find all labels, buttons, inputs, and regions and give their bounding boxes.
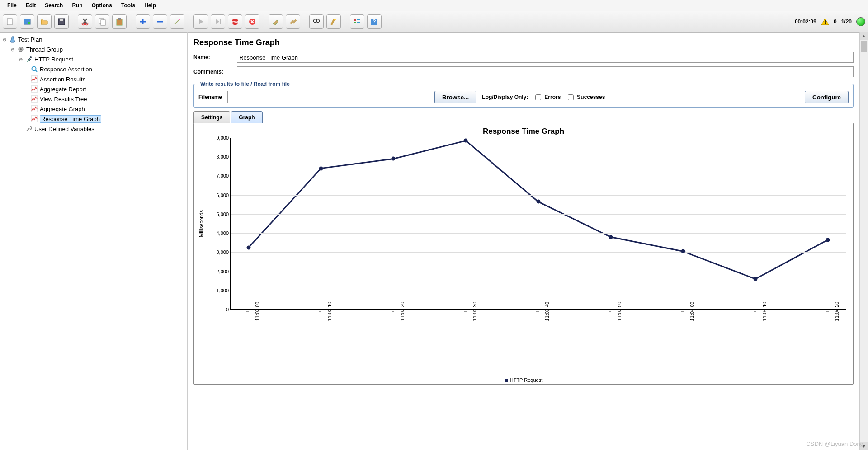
new-icon[interactable]: [3, 14, 17, 29]
data-point: [246, 245, 250, 249]
tree-test-plan[interactable]: Test Plan: [18, 36, 42, 43]
tree-thread-group[interactable]: Thread Group: [26, 46, 63, 53]
chart-title: Response Time Graph: [197, 127, 850, 136]
tree-http-request[interactable]: HTTP Request: [34, 56, 73, 63]
file-fieldset: Write results to file / Read from file F…: [193, 81, 854, 108]
filename-input[interactable]: [227, 91, 429, 103]
tree-item[interactable]: Assertion Results: [2, 74, 185, 84]
svg-point-25: [20, 48, 22, 50]
menu-run[interactable]: Run: [67, 1, 87, 9]
tree-panel[interactable]: ⊖ Test Plan ⊖ Thread Group ⊖ HTTP Reques…: [0, 32, 188, 450]
function-helper-icon[interactable]: [350, 14, 364, 29]
open-icon[interactable]: [37, 14, 52, 29]
comments-label: Comments:: [193, 69, 233, 75]
toggle-icon[interactable]: [170, 14, 184, 29]
stop-icon[interactable]: STOP: [228, 14, 242, 29]
save-icon[interactable]: [54, 14, 69, 29]
help-icon[interactable]: ?: [367, 14, 382, 29]
chart-container: Response Time Graph Milliseconds 01,0002…: [193, 123, 854, 385]
successes-checkbox[interactable]: [568, 94, 574, 100]
chart-legend: HTTP Request: [194, 377, 853, 383]
data-point: [392, 157, 396, 161]
flask-icon: [9, 36, 16, 43]
chart-icon: [31, 115, 38, 122]
tree-item-label: Response Time Graph: [40, 115, 101, 123]
name-input[interactable]: [237, 52, 854, 63]
cut-icon[interactable]: [78, 14, 92, 29]
legend-swatch-icon: [505, 379, 508, 382]
tree-item[interactable]: Response Time Graph: [2, 114, 185, 124]
menu-edit[interactable]: Edit: [21, 1, 41, 9]
logdisplay-label: Log/Display Only:: [482, 94, 528, 100]
copy-icon[interactable]: [95, 14, 109, 29]
fieldset-legend: Write results to file / Read from file: [198, 81, 292, 87]
tree-item[interactable]: View Results Tree: [2, 94, 185, 104]
elapsed-timer: 00:02:09: [795, 19, 816, 25]
reset-search-icon[interactable]: [326, 14, 341, 29]
xtick-label: 11:03:20: [393, 302, 405, 321]
ytick-label: 6,000: [212, 192, 229, 198]
xtick-label: 11:04:10: [755, 302, 767, 321]
successes-label: Successes: [577, 94, 605, 100]
paste-icon[interactable]: [112, 14, 127, 29]
ytick-label: 0: [212, 307, 229, 312]
menu-search[interactable]: Search: [40, 1, 67, 9]
configure-button[interactable]: Configure: [805, 91, 849, 103]
svg-text:?: ?: [373, 19, 376, 25]
clear-all-icon[interactable]: [286, 14, 300, 29]
svg-text:!: !: [824, 19, 826, 25]
search-icon[interactable]: [309, 14, 324, 29]
tab-graph[interactable]: Graph: [231, 111, 262, 123]
tree-user-vars[interactable]: User Defined Variables: [34, 126, 94, 132]
collapse-icon[interactable]: [153, 14, 167, 29]
data-point: [681, 249, 685, 253]
menu-options[interactable]: Options: [87, 1, 117, 9]
ytick-label: 4,000: [212, 230, 229, 236]
tree-item[interactable]: Aggregate Graph: [2, 104, 185, 114]
chart-plot: 01,0002,0003,0004,0005,0006,0007,0008,00…: [230, 138, 846, 310]
errors-checkbox[interactable]: [535, 94, 541, 100]
templates-icon[interactable]: [20, 14, 34, 29]
scrollbar-thumb[interactable]: [861, 41, 867, 52]
svg-rect-10: [118, 18, 121, 20]
running-indicator-icon: [856, 17, 865, 26]
magnifier-icon: [31, 66, 38, 73]
warning-icon[interactable]: !: [821, 18, 829, 26]
comments-input[interactable]: [237, 66, 854, 77]
tree-item[interactable]: Aggregate Report: [2, 84, 185, 94]
start-no-pause-icon[interactable]: [211, 14, 225, 29]
menu-help[interactable]: Help: [140, 1, 160, 9]
xtick-label: 11:04:00: [683, 302, 695, 321]
scroll-up-icon[interactable]: ▲: [860, 32, 868, 40]
tab-settings[interactable]: Settings: [193, 111, 230, 123]
menu-tools[interactable]: Tools: [117, 1, 140, 9]
panel-heading: Response Time Graph: [193, 38, 854, 47]
svg-rect-28: [31, 76, 38, 82]
tree-item-label: View Results Tree: [40, 96, 87, 103]
warning-count: 0: [834, 19, 837, 25]
thread-count: 1/20: [841, 19, 852, 25]
tree-item-label: Response Assertion: [40, 66, 92, 73]
tree-toggle[interactable]: ⊖: [2, 37, 7, 42]
browse-button[interactable]: Browse...: [434, 91, 476, 103]
xtick-label: 11:03:00: [248, 302, 260, 321]
svg-rect-12: [220, 19, 221, 24]
tree-toggle[interactable]: ⊖: [18, 56, 24, 62]
ytick-label: 9,000: [212, 135, 229, 141]
tree-item-label: Assertion Results: [40, 76, 85, 83]
svg-rect-8: [101, 20, 105, 25]
errors-label: Errors: [544, 94, 561, 100]
filename-label: Filename: [198, 94, 222, 100]
expand-icon[interactable]: [136, 14, 150, 29]
shutdown-icon[interactable]: [245, 14, 259, 29]
tree-item[interactable]: Response Assertion: [2, 64, 185, 74]
menu-file[interactable]: File: [3, 1, 21, 9]
start-icon[interactable]: [193, 14, 208, 29]
svg-point-26: [30, 56, 32, 58]
svg-rect-19: [354, 19, 356, 21]
toolbar: STOP ? 00:02:09 ! 0 1/20: [0, 11, 868, 33]
vertical-scrollbar[interactable]: ▲ ▼: [859, 32, 868, 450]
svg-rect-32: [31, 116, 38, 122]
clear-icon[interactable]: [269, 14, 283, 29]
tree-toggle[interactable]: ⊖: [10, 47, 15, 52]
